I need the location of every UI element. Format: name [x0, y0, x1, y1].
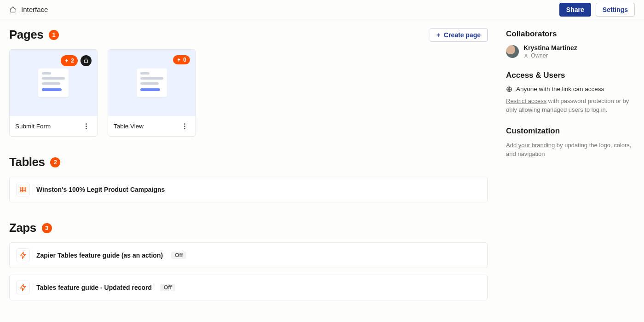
page-card[interactable]: 2 Sub: [9, 49, 98, 137]
table-row[interactable]: Winston's 100% Legit Product Campaigns: [9, 177, 488, 202]
customization-heading: Customization: [506, 126, 635, 136]
page-card-name: Submit Form: [15, 123, 51, 130]
page-card-more-button[interactable]: [80, 121, 92, 132]
zap-count-pill: 2: [61, 55, 78, 66]
zap-row[interactable]: Zapier Tables feature guide (as an actio…: [9, 242, 488, 268]
table-icon: [16, 183, 30, 196]
create-page-label: Create page: [444, 31, 481, 39]
share-button[interactable]: Share: [559, 3, 591, 17]
collaborators-heading: Collaborators: [506, 29, 635, 39]
bolt-icon: [16, 248, 30, 262]
avatar: [506, 45, 519, 58]
page-card[interactable]: 0 Table View: [108, 49, 196, 137]
pages-count-badge: 1: [49, 30, 59, 40]
page-card-preview: 0: [108, 50, 196, 116]
customization-text: Add your branding by updating the logo, …: [506, 141, 635, 159]
access-restrict-text: Restrict access with password protection…: [506, 97, 635, 115]
page-thumbnail-icon: [38, 69, 69, 97]
page-thumbnail-icon: [137, 69, 167, 97]
zap-name: Tables feature guide - Updated record: [36, 284, 152, 291]
bolt-icon: [16, 281, 30, 294]
access-public-line: Anyone with the link can access: [506, 86, 635, 92]
access-heading: Access & Users: [506, 71, 635, 80]
access-public-text: Anyone with the link can access: [516, 86, 604, 92]
home-outline-icon: [9, 6, 17, 13]
svg-rect-0: [20, 187, 26, 192]
zap-row[interactable]: Tables feature guide - Updated record Of…: [9, 275, 488, 300]
collaborator-role: Owner: [523, 52, 577, 59]
settings-button[interactable]: Settings: [596, 3, 635, 17]
zaps-count-badge: 3: [42, 223, 52, 233]
zap-status-badge: Off: [171, 252, 186, 259]
zap-name: Zapier Tables feature guide (as an actio…: [36, 252, 163, 259]
zaps-title: Zaps: [9, 221, 36, 235]
zap-count-value: 2: [71, 58, 74, 64]
page-title: Interface: [21, 6, 48, 13]
pages-title: Pages: [9, 28, 43, 42]
page-card-preview: 2: [10, 50, 97, 116]
pages-section-header: Pages 1 + Create page: [9, 28, 488, 42]
add-branding-link[interactable]: Add your branding: [506, 142, 555, 149]
zap-count-value: 0: [183, 57, 186, 63]
tables-title: Tables: [9, 155, 45, 169]
create-page-button[interactable]: + Create page: [430, 28, 488, 42]
table-name: Winston's 100% Legit Product Campaigns: [36, 186, 165, 193]
plus-icon: +: [437, 31, 440, 39]
collaborator-name: Krystina Martinez: [523, 44, 577, 52]
collaborator-item[interactable]: Krystina Martinez Owner: [506, 44, 635, 59]
pages-card-list: 2 Sub: [9, 49, 488, 137]
zap-status-badge: Off: [160, 284, 175, 291]
svg-point-4: [525, 54, 527, 56]
right-sidebar: Collaborators Krystina Martinez Owner Ac…: [506, 28, 635, 319]
zap-count-pill: 0: [173, 55, 190, 64]
home-indicator-icon: [80, 55, 92, 66]
restrict-access-link[interactable]: Restrict access: [506, 98, 546, 104]
page-card-name: Table View: [114, 123, 144, 130]
app-header: Interface Share Settings: [0, 0, 644, 19]
tables-count-badge: 2: [50, 157, 60, 167]
page-card-more-button[interactable]: [179, 121, 190, 132]
